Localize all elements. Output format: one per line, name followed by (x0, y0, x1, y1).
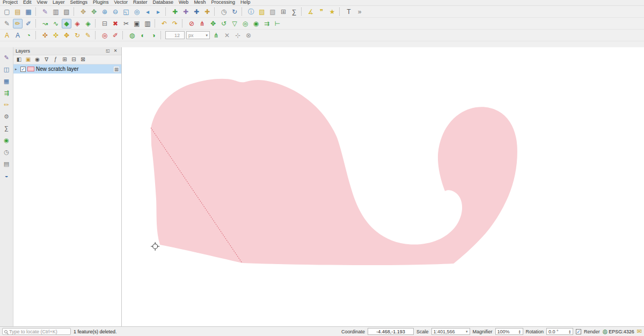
move-feature-icon[interactable]: ✥ (208, 19, 218, 28)
add-group-icon[interactable]: ▣ (24, 56, 32, 64)
circle-2-points-icon[interactable]: ◐ (138, 31, 148, 40)
text-annotation-icon[interactable]: T (344, 7, 354, 17)
menu-vector[interactable]: Vector (111, 0, 130, 5)
pan-to-selection-icon[interactable]: ✥ (89, 7, 99, 17)
digitize-with-curve-icon[interactable]: ↝ (40, 19, 50, 28)
close-panel-icon[interactable]: ✕ (112, 48, 119, 54)
georeferencer-icon[interactable]: ⇶ (2, 88, 12, 98)
enable-tracing-icon[interactable]: ✐ (111, 31, 120, 40)
menu-mesh[interactable]: Mesh (191, 0, 208, 5)
trim-extend-icon[interactable]: ⊢ (273, 19, 282, 28)
fill-ring-icon[interactable]: ◉ (251, 19, 261, 28)
measure-line-icon[interactable]: ∡ (306, 7, 316, 17)
layer-tree-row-new-scratch-layer[interactable]: ▸ ✓ New scratch layer ▦ (13, 64, 121, 74)
menu-settings[interactable]: Settings (67, 0, 90, 5)
menu-processing[interactable]: Processing (208, 0, 238, 5)
add-ring-icon[interactable]: ◎ (240, 19, 250, 28)
add-polygon-feature-icon[interactable]: ◆ (62, 19, 71, 28)
overview-panel-icon[interactable]: ◒ (2, 171, 12, 180)
save-layer-edits-icon[interactable]: ✐ (24, 19, 33, 28)
symbol-size-input[interactable] (165, 31, 185, 39)
zoom-to-selection-icon[interactable]: ◎ (132, 7, 142, 17)
project-new-icon[interactable]: ▢ (2, 7, 12, 17)
manage-map-themes-icon[interactable]: ◉ (33, 56, 41, 64)
layer-labeling-icon[interactable]: A (13, 31, 23, 40)
reshape-features-icon[interactable]: ⊘ (187, 19, 196, 28)
render-checkbox[interactable]: ✓ (576, 329, 581, 334)
crs-status[interactable]: ◍ EPSG:4326 (603, 328, 634, 335)
pan-map-icon[interactable]: ✥ (78, 7, 88, 17)
refresh-map-icon[interactable]: ↻ (230, 7, 239, 17)
open-layer-styling-icon[interactable]: ◧ (15, 56, 23, 64)
remove-layer-icon[interactable]: ⊠ (79, 56, 87, 64)
expander-icon[interactable]: ▸ (15, 67, 19, 71)
layer-diagram-icon[interactable]: ◔ (24, 31, 33, 40)
layer-visibility-checkbox[interactable]: ✓ (20, 67, 26, 72)
label-options-icon[interactable]: A (2, 31, 12, 40)
rotate-feature-icon[interactable]: ↺ (219, 19, 229, 28)
digitize-shape-icon[interactable]: ◍ (127, 31, 137, 40)
delete-selected-icon[interactable]: ✖ (111, 19, 120, 28)
map-tips-icon[interactable]: ❞ (317, 7, 326, 17)
menu-layer[interactable]: Layer (50, 0, 68, 5)
message-log-icon[interactable]: ✉ (637, 328, 642, 335)
gps-information-panel-icon[interactable]: ◉ (2, 135, 12, 145)
browser-panel-icon[interactable]: ◫ (2, 64, 12, 74)
zoom-full-icon[interactable]: ◱ (121, 7, 131, 17)
collapse-all-icon[interactable]: ⊟ (70, 56, 78, 64)
zoom-in-icon[interactable]: ⊕ (100, 7, 109, 17)
snapping-options-icon[interactable]: ◎ (100, 31, 109, 40)
add-mesh-layer-icon[interactable]: ✚ (192, 7, 201, 17)
pin-labels-icon[interactable]: ✜ (40, 31, 50, 40)
new-scratch-layer-icon[interactable]: ✚ (202, 7, 212, 17)
scale-combo[interactable]: 1:401,566 ▾ (431, 328, 470, 335)
toolbar-overflow-icon[interactable]: » (355, 7, 364, 17)
cut-features-icon[interactable]: ✂ (121, 19, 131, 28)
zoom-next-icon[interactable]: ▸ (153, 7, 163, 17)
menu-view[interactable]: View (34, 0, 50, 5)
menu-web[interactable]: Web (176, 0, 191, 5)
layer-styling-panel-icon[interactable]: ✎ (2, 53, 12, 62)
temporal-panel-icon[interactable]: ◷ (2, 147, 12, 157)
add-raster-layer-icon[interactable]: ✚ (181, 7, 191, 17)
rotation-spinner[interactable]: 0.0 ° ▲▼ (546, 328, 573, 335)
coordinate-input[interactable] (368, 328, 414, 335)
redo-icon[interactable]: ↷ (170, 19, 180, 28)
magnifier-spinner[interactable]: 100% ▲▼ (495, 328, 523, 335)
new-print-layout-icon[interactable]: ▥ (51, 7, 61, 17)
circle-3-points-icon[interactable]: ◑ (149, 31, 158, 40)
menu-database[interactable]: Database (150, 0, 177, 5)
vertex-tool-active-layer-icon[interactable]: ◈ (83, 19, 93, 28)
data-source-manager-icon[interactable]: ▦ (2, 76, 12, 86)
project-save-icon[interactable]: ▦ (24, 7, 33, 17)
deselect-features-icon[interactable]: ▧ (268, 7, 277, 17)
temporal-controller-icon[interactable]: ◷ (219, 7, 229, 17)
vertex-tool-all-layers-icon[interactable]: ◈ (72, 19, 82, 28)
menu-project[interactable]: Project (0, 0, 20, 5)
field-calculator-icon[interactable]: ∑ (289, 7, 299, 17)
zoom-last-icon[interactable]: ◂ (143, 7, 152, 17)
menu-raster[interactable]: Raster (130, 0, 150, 5)
open-attribute-table-icon[interactable]: ⊞ (279, 7, 288, 17)
undo-icon[interactable]: ↶ (159, 19, 169, 28)
map-canvas[interactable] (122, 47, 644, 326)
float-panel-icon[interactable]: ◱ (105, 48, 111, 54)
current-edits-icon[interactable]: ✎ (2, 19, 12, 28)
add-vector-layer-icon[interactable]: ✚ (170, 7, 180, 17)
change-label-icon[interactable]: ✎ (83, 31, 93, 40)
advanced-digitizing-panel-icon[interactable]: ✏ (2, 100, 12, 109)
construction-guides-icon[interactable]: ⊹ (233, 31, 243, 40)
expand-all-icon[interactable]: ⊞ (61, 56, 69, 64)
vertex-editor-close-icon[interactable]: ✕ (222, 31, 232, 40)
menu-edit[interactable]: Edit (20, 0, 34, 5)
print-composer-panel-icon[interactable]: ▤ (2, 159, 12, 169)
new-bookmark-icon[interactable]: ★ (327, 7, 337, 17)
locate-search-box[interactable]: Type to locate (Ctrl+K) (2, 328, 71, 335)
filter-legend-icon[interactable]: ∇ (42, 56, 50, 64)
offset-curve-icon[interactable]: ⇉ (262, 19, 272, 28)
processing-toolbox-icon[interactable]: ⚙ (2, 112, 12, 121)
layout-manager-icon[interactable]: ▧ (62, 7, 71, 17)
copy-features-icon[interactable]: ▣ (132, 19, 142, 28)
style-manager-icon[interactable]: ✎ (40, 7, 50, 17)
memory-layer-indicator-icon[interactable]: ▦ (113, 66, 120, 72)
